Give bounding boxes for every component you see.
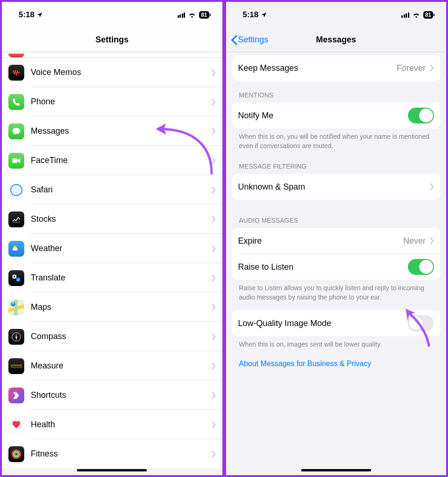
nav-bar: Settings	[2, 28, 222, 52]
chevron-right-icon	[211, 421, 216, 429]
fitness-icon	[8, 446, 24, 462]
messages-icon	[8, 123, 24, 139]
right-screenshot: 5:18 81 Settings Messages	[224, 0, 448, 477]
chevron-left-icon	[231, 35, 237, 45]
settings-row-safari[interactable]: Safari	[2, 175, 222, 204]
settings-row-phone[interactable]: Phone	[2, 87, 222, 116]
chevron-right-icon	[211, 392, 216, 399]
nav-title: Settings	[96, 35, 129, 45]
chevron-right-icon	[429, 183, 434, 191]
chevron-right-icon	[211, 186, 216, 194]
settings-row-maps[interactable]: Maps	[2, 293, 222, 322]
nav-title: Messages	[316, 35, 356, 45]
settings-row-measure[interactable]: Measure	[2, 351, 222, 381]
row-label: Keep Messages	[238, 63, 397, 73]
row-label: Translate	[31, 273, 211, 283]
settings-row-health[interactable]: Health	[2, 410, 222, 439]
safari-icon	[8, 182, 24, 198]
row-label: Measure	[31, 361, 211, 371]
cellular-icon	[401, 12, 409, 18]
chevron-right-icon	[211, 216, 216, 223]
row-expire[interactable]: Expire Never	[232, 228, 441, 254]
status-bar: 5:18 81	[226, 2, 447, 28]
row-label: Low-Quality Image Mode	[238, 319, 408, 328]
home-indicator	[77, 469, 147, 471]
chevron-right-icon	[211, 98, 216, 106]
settings-row-weather[interactable]: Weather	[2, 234, 222, 263]
settings-row-compass[interactable]: Compass	[2, 322, 222, 351]
translate-icon: A文	[8, 270, 24, 286]
row-detail: Never	[403, 236, 426, 246]
row-keep-messages[interactable]: Keep Messages Forever	[232, 55, 441, 81]
section-header-audio: AUDIO MESSAGES	[232, 200, 441, 228]
row-unknown-spam[interactable]: Unknown & Spam	[232, 174, 441, 200]
location-icon	[36, 12, 43, 18]
section-header-filtering: MESSAGE FILTERING	[232, 152, 441, 174]
raise-to-listen-toggle[interactable]	[408, 259, 434, 275]
measure-icon	[8, 358, 24, 374]
chevron-right-icon	[211, 245, 216, 252]
battery-icon: 81	[423, 11, 433, 19]
section-header-mentions: MENTIONS	[232, 81, 441, 102]
back-button[interactable]: Settings	[231, 35, 269, 45]
status-bar: 5:18 81	[2, 2, 222, 28]
row-label: Raise to Listen	[238, 262, 408, 272]
stocks-icon	[8, 211, 24, 227]
notify-me-toggle[interactable]	[408, 108, 434, 123]
settings-row-fitness[interactable]: Fitness	[2, 439, 222, 469]
left-screenshot: 5:18 81 Settings	[0, 0, 224, 477]
location-icon	[261, 12, 267, 18]
chevron-right-icon	[211, 450, 216, 458]
settings-row-facetime[interactable]: FaceTime	[2, 146, 222, 175]
settings-row-messages[interactable]: Messages	[2, 116, 222, 146]
nav-bar: Settings Messages	[226, 28, 447, 52]
cellular-icon	[178, 12, 186, 18]
chevron-right-icon	[211, 333, 216, 341]
settings-row-translate[interactable]: A文 Translate	[2, 263, 222, 293]
home-indicator	[301, 469, 371, 471]
settings-row-stocks[interactable]: Stocks	[2, 204, 222, 234]
health-icon	[8, 417, 24, 433]
chevron-right-icon	[429, 64, 434, 72]
row-label: FaceTime	[31, 156, 211, 165]
svg-rect-0	[13, 158, 18, 163]
row-label: Messages	[31, 126, 211, 136]
row-label: Fitness	[31, 449, 211, 459]
svg-text:A: A	[14, 275, 16, 278]
section-footer-low-quality: When this is on, images sent will be low…	[232, 336, 441, 351]
chevron-right-icon	[211, 362, 216, 370]
row-low-quality-image: Low-Quality Image Mode	[232, 310, 441, 336]
settings-list-scroll[interactable]: Voice Memos Phone Messages	[2, 52, 222, 475]
section-footer-audio: Raise to Listen allows you to quickly li…	[232, 280, 441, 304]
row-label: Health	[31, 420, 211, 429]
row-label: Shortcuts	[31, 390, 211, 400]
svg-point-22	[15, 453, 18, 456]
settings-row-voice-memos[interactable]: Voice Memos	[2, 58, 222, 87]
messages-settings-scroll[interactable]: Keep Messages Forever MENTIONS Notify Me…	[226, 52, 447, 475]
row-raise-to-listen: Raise to Listen	[232, 254, 441, 280]
low-quality-toggle[interactable]	[408, 315, 434, 331]
row-label: Stocks	[31, 214, 211, 224]
row-label: Unknown & Spam	[238, 182, 430, 192]
chevron-right-icon	[429, 237, 434, 245]
maps-icon	[8, 300, 24, 315]
section-footer-mentions: When this is on, you will be notified wh…	[232, 129, 441, 152]
row-label: Voice Memos	[31, 68, 211, 77]
shortcuts-icon	[8, 388, 24, 403]
phone-icon	[8, 94, 24, 110]
row-label: Compass	[31, 332, 211, 341]
chevron-right-icon	[211, 157, 216, 164]
wifi-icon	[412, 12, 420, 18]
about-privacy-link[interactable]: About Messages for Business & Privacy	[232, 351, 441, 376]
row-label: Notify Me	[238, 111, 408, 121]
row-label: Expire	[238, 236, 403, 246]
chevron-right-icon	[211, 304, 216, 311]
chevron-right-icon	[211, 274, 216, 282]
row-label: Phone	[31, 97, 211, 107]
status-time: 5:18	[243, 10, 259, 20]
row-notify-me: Notify Me	[232, 102, 441, 129]
facetime-icon	[8, 153, 24, 169]
settings-row-shortcuts[interactable]: Shortcuts	[2, 381, 222, 410]
chevron-right-icon	[211, 69, 216, 76]
compass-icon	[8, 329, 24, 345]
